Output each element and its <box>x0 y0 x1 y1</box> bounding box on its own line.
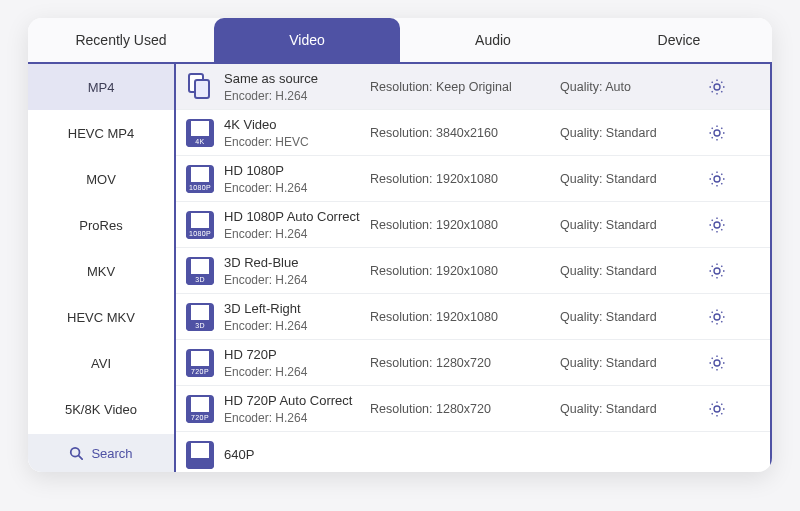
preset-icon: 1080P <box>176 165 224 193</box>
sidebar-item-avi[interactable]: AVI <box>28 340 174 386</box>
sidebar-item-prores[interactable]: ProRes <box>28 202 174 248</box>
film-icon: 1080P <box>186 211 214 239</box>
preset-row[interactable]: 640P <box>176 432 770 472</box>
tab-device[interactable]: Device <box>586 18 772 62</box>
preset-title-block: 3D Left-RightEncoder: H.264 <box>224 301 370 333</box>
film-icon: 3D <box>186 303 214 331</box>
preset-resolution: Resolution: 1920x1080 <box>370 172 560 186</box>
top-tabs: Recently Used Video Audio Device <box>28 18 772 62</box>
preset-badge: 3D <box>186 320 214 331</box>
preset-quality: Quality: Standard <box>560 218 708 232</box>
settings-gear-icon[interactable] <box>708 262 726 280</box>
preset-icon: 720P <box>176 349 224 377</box>
preset-icon: 3D <box>176 257 224 285</box>
preset-title-block: HD 1080P Auto CorrectEncoder: H.264 <box>224 209 370 241</box>
preset-resolution: Resolution: 1280x720 <box>370 402 560 416</box>
film-icon: 720P <box>186 349 214 377</box>
preset-icon: 4K <box>176 119 224 147</box>
preset-title-block: 640P <box>224 447 370 463</box>
preset-title-block: HD 720P Auto CorrectEncoder: H.264 <box>224 393 370 425</box>
settings-gear-icon[interactable] <box>708 354 726 372</box>
preset-title: 3D Red-Blue <box>224 255 370 271</box>
preset-list[interactable]: Same as sourceEncoder: H.264Resolution: … <box>176 64 772 472</box>
preset-icon <box>176 441 224 469</box>
preset-resolution: Resolution: 1920x1080 <box>370 310 560 324</box>
preset-title-block: 3D Red-BlueEncoder: H.264 <box>224 255 370 287</box>
preset-resolution: Resolution: 1280x720 <box>370 356 560 370</box>
search-icon <box>69 446 83 460</box>
settings-gear-icon[interactable] <box>708 216 726 234</box>
preset-title: HD 720P <box>224 347 370 363</box>
preset-quality: Quality: Standard <box>560 264 708 278</box>
preset-quality: Quality: Standard <box>560 172 708 186</box>
preset-icon <box>176 73 224 101</box>
preset-icon: 3D <box>176 303 224 331</box>
preset-quality: Quality: Standard <box>560 402 708 416</box>
preset-title: HD 1080P Auto Correct <box>224 209 370 225</box>
preset-quality: Quality: Standard <box>560 126 708 140</box>
preset-row[interactable]: 1080PHD 1080P Auto CorrectEncoder: H.264… <box>176 202 770 248</box>
film-icon: 3D <box>186 257 214 285</box>
copy-icon <box>186 73 214 101</box>
preset-row[interactable]: 3D3D Red-BlueEncoder: H.264Resolution: 1… <box>176 248 770 294</box>
sidebar-item-mkv[interactable]: MKV <box>28 248 174 294</box>
preset-row[interactable]: 1080PHD 1080PEncoder: H.264Resolution: 1… <box>176 156 770 202</box>
preset-title: 4K Video <box>224 117 370 133</box>
settings-gear-icon[interactable] <box>708 446 726 464</box>
preset-quality: Quality: Auto <box>560 80 708 94</box>
preset-encoder: Encoder: H.264 <box>224 181 370 195</box>
preset-encoder: Encoder: H.264 <box>224 411 370 425</box>
preset-resolution: Resolution: 1920x1080 <box>370 264 560 278</box>
film-icon: 1080P <box>186 165 214 193</box>
settings-gear-icon[interactable] <box>708 170 726 188</box>
preset-badge: 3D <box>186 274 214 285</box>
preset-badge: 4K <box>186 136 214 147</box>
svg-line-1 <box>79 456 83 460</box>
preset-encoder: Encoder: H.264 <box>224 227 370 241</box>
tab-video[interactable]: Video <box>214 18 400 62</box>
settings-gear-icon[interactable] <box>708 400 726 418</box>
content-area: MP4 HEVC MP4 MOV ProRes MKV HEVC MKV AVI… <box>28 64 772 472</box>
preset-badge: 1080P <box>186 228 214 239</box>
settings-gear-icon[interactable] <box>708 78 726 96</box>
preset-title-block: HD 720PEncoder: H.264 <box>224 347 370 379</box>
sidebar-item-5k8k[interactable]: 5K/8K Video <box>28 386 174 432</box>
search-label: Search <box>91 446 132 461</box>
preset-title-block: Same as sourceEncoder: H.264 <box>224 71 370 103</box>
search-button[interactable]: Search <box>28 434 174 472</box>
preset-quality: Quality: Standard <box>560 310 708 324</box>
preset-row[interactable]: 3D3D Left-RightEncoder: H.264Resolution:… <box>176 294 770 340</box>
preset-quality: Quality: Standard <box>560 356 708 370</box>
preset-encoder: Encoder: H.264 <box>224 365 370 379</box>
preset-title: 3D Left-Right <box>224 301 370 317</box>
format-panel: Recently Used Video Audio Device MP4 HEV… <box>28 18 772 472</box>
settings-gear-icon[interactable] <box>708 124 726 142</box>
settings-gear-icon[interactable] <box>708 308 726 326</box>
preset-badge: 720P <box>186 366 214 377</box>
sidebar-item-hevc-mp4[interactable]: HEVC MP4 <box>28 110 174 156</box>
preset-row[interactable]: 720PHD 720P Auto CorrectEncoder: H.264Re… <box>176 386 770 432</box>
preset-row[interactable]: 720PHD 720PEncoder: H.264Resolution: 128… <box>176 340 770 386</box>
preset-title: HD 1080P <box>224 163 370 179</box>
sidebar-item-mp4[interactable]: MP4 <box>28 64 174 110</box>
format-sidebar: MP4 HEVC MP4 MOV ProRes MKV HEVC MKV AVI… <box>28 64 176 472</box>
preset-title: Same as source <box>224 71 370 87</box>
preset-encoder: Encoder: H.264 <box>224 273 370 287</box>
preset-row[interactable]: 4K4K VideoEncoder: HEVCResolution: 3840x… <box>176 110 770 156</box>
sidebar-item-hevc-mkv[interactable]: HEVC MKV <box>28 294 174 340</box>
preset-icon: 1080P <box>176 211 224 239</box>
film-icon: 720P <box>186 395 214 423</box>
preset-row[interactable]: Same as sourceEncoder: H.264Resolution: … <box>176 64 770 110</box>
tab-recently-used[interactable]: Recently Used <box>28 18 214 62</box>
preset-title-block: HD 1080PEncoder: H.264 <box>224 163 370 195</box>
film-icon: 4K <box>186 119 214 147</box>
preset-title: HD 720P Auto Correct <box>224 393 370 409</box>
preset-title-block: 4K VideoEncoder: HEVC <box>224 117 370 149</box>
preset-badge <box>186 458 214 469</box>
preset-badge: 1080P <box>186 182 214 193</box>
tab-audio[interactable]: Audio <box>400 18 586 62</box>
preset-resolution: Resolution: 1920x1080 <box>370 218 560 232</box>
sidebar-item-mov[interactable]: MOV <box>28 156 174 202</box>
preset-encoder: Encoder: H.264 <box>224 89 370 103</box>
preset-title: 640P <box>224 447 370 463</box>
